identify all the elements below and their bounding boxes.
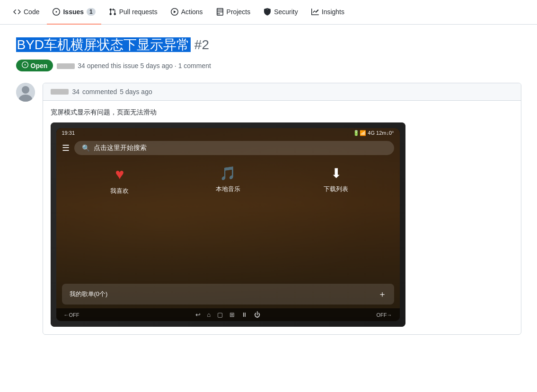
- download-item: ⬇ 下载列表: [282, 166, 390, 272]
- code-icon: [13, 8, 21, 16]
- projects-label: Projects: [227, 8, 251, 16]
- local-music-label: 本地音乐: [216, 185, 240, 193]
- heart-icon: ♥: [115, 166, 124, 183]
- off-left-label: ←OFF: [64, 312, 79, 318]
- plus-icon: ＋: [378, 288, 387, 300]
- open-badge-icon: [22, 61, 28, 70]
- comment-text: 宽屏模式显示有问题，页面无法滑动: [51, 108, 513, 117]
- author-name-blur: [57, 63, 75, 69]
- issue-title-row: BYD车机横屏状态下显示异常 #2: [16, 36, 521, 54]
- home-icon: ⌂: [207, 311, 211, 318]
- off-right-label: OFF→: [376, 312, 392, 318]
- screen-playlist: 我的歌单(0个) ＋: [62, 284, 394, 305]
- square-icon: ▢: [217, 311, 223, 318]
- local-music-item: 🎵 本地音乐: [174, 166, 282, 272]
- back-icon: ↩: [195, 311, 201, 318]
- insights-icon: [311, 8, 319, 16]
- issues-badge: 1: [87, 8, 96, 16]
- comment-body: 宽屏模式显示有问题，页面无法滑动 19:31 🔋📶 4G 12m↓0°: [43, 101, 521, 334]
- bottom-icons: ↩ ⌂ ▢ ⊞ ⏸ ⏻: [195, 311, 261, 318]
- search-icon: 🔍: [82, 144, 90, 152]
- open-badge: Open: [16, 60, 53, 71]
- issue-meta: 34 opened this issue 5 days ago · 1 comm…: [78, 62, 211, 70]
- issues-label: Issues: [63, 8, 84, 16]
- search-placeholder: 点击这里开始搜索: [94, 144, 147, 152]
- pause-icon: ⏸: [241, 311, 247, 318]
- issue-number: #2: [194, 37, 209, 52]
- download-label: 下载列表: [324, 185, 348, 193]
- code-label: Code: [24, 8, 39, 16]
- actions-label: Actions: [181, 8, 203, 16]
- commenter-name-blur: [51, 89, 69, 95]
- power-icon: ⏻: [254, 311, 260, 318]
- issues-icon: [53, 8, 60, 16]
- issue-title: BYD车机横屏状态下显示异常 #2: [16, 36, 210, 54]
- playlist-label: 我的歌单(0个): [70, 290, 108, 298]
- screen-signal: 🔋📶 4G 12m↓0°: [353, 130, 394, 136]
- avatar: [16, 83, 35, 102]
- comment-section: 34 commented 5 days ago 宽屏模式显示有问题，页面无法滑动: [16, 83, 521, 335]
- commenter-suffix: 34: [72, 88, 80, 96]
- favorites-item: ♥ 我喜欢: [66, 166, 174, 272]
- projects-icon: [216, 8, 224, 16]
- comment-action: commented: [82, 88, 117, 96]
- comment-time: 5 days ago: [120, 88, 152, 96]
- local-music-icon: 🎵: [220, 166, 236, 181]
- screen-grid: ♥ 我喜欢 🎵 本地音乐 ⬇ 下载列表: [56, 158, 400, 280]
- top-nav: Code Issues 1 Pull requests Actions: [0, 0, 537, 25]
- hamburger-icon: ☰: [62, 143, 70, 153]
- menu2-icon: ⊞: [229, 311, 235, 318]
- insights-label: Insights: [322, 8, 344, 16]
- open-label: Open: [31, 62, 48, 70]
- issue-title-text: BYD车机横屏状态下显示异常: [16, 37, 191, 52]
- issue-status-row: Open 34 opened this issue 5 days ago · 1…: [16, 60, 521, 71]
- security-icon: [264, 8, 271, 16]
- screen-time: 19:31: [62, 130, 75, 136]
- nav-insights[interactable]: Insights: [306, 0, 350, 25]
- screen-appbar: ☰ 🔍 点击这里开始搜索: [56, 138, 400, 158]
- screenshot-image: 19:31 🔋📶 4G 12m↓0° ☰ 🔍 点击这里开始搜索: [51, 122, 405, 327]
- main-content: BYD车机横屏状态下显示异常 #2 Open 34 opened this is…: [9, 25, 529, 346]
- comment-header: 34 commented 5 days ago: [43, 83, 521, 101]
- nav-security[interactable]: Security: [258, 0, 304, 25]
- svg-point-1: [22, 86, 29, 94]
- screen-bottombar: ←OFF ↩ ⌂ ▢ ⊞ ⏸ ⏻ OFF→: [56, 308, 400, 321]
- screen-statusbar: 19:31 🔋📶 4G 12m↓0°: [56, 128, 400, 138]
- nav-pull-requests[interactable]: Pull requests: [103, 0, 163, 25]
- nav-actions[interactable]: Actions: [165, 0, 209, 25]
- nav-code[interactable]: Code: [8, 0, 45, 25]
- pull-request-icon: [109, 8, 116, 16]
- nav-projects[interactable]: Projects: [211, 0, 256, 25]
- pull-requests-label: Pull requests: [119, 8, 158, 16]
- nav-issues[interactable]: Issues 1: [47, 0, 101, 25]
- status-meta: 34 opened this issue 5 days ago · 1 comm…: [57, 62, 211, 70]
- comment-box: 34 commented 5 days ago 宽屏模式显示有问题，页面无法滑动: [43, 83, 521, 335]
- screen-searchbar: 🔍 点击这里开始搜索: [74, 141, 394, 155]
- favorites-label: 我喜欢: [110, 187, 129, 195]
- actions-icon: [171, 8, 178, 16]
- download-icon: ⬇: [331, 166, 342, 181]
- security-label: Security: [274, 8, 298, 16]
